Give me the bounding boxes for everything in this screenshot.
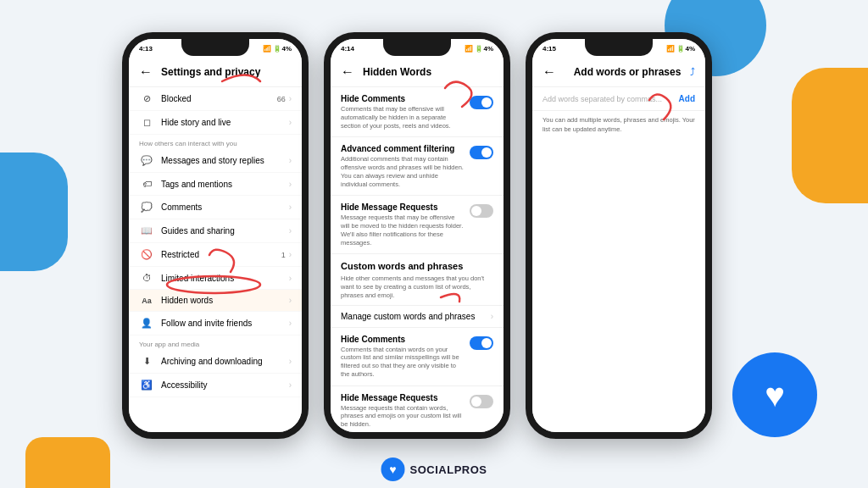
toggle-hide-message-requests-1[interactable]: Hide Message Requests Message requests t…: [331, 196, 504, 254]
toggle-switch-hide-comments-2[interactable]: [470, 336, 493, 350]
status-time-1: 4:13: [139, 45, 153, 53]
toggle-content-2: Hide Comments Comments that contain word…: [341, 335, 465, 379]
section-label-app: Your app and media: [129, 336, 302, 350]
settings-item-follow[interactable]: 👤 Follow and invite friends ›: [129, 312, 302, 336]
add-words-input[interactable]: Add words separated by commas...: [542, 95, 674, 103]
settings-item-guides[interactable]: 📖 Guides and sharing ›: [129, 219, 302, 243]
tags-icon: 🏷: [139, 179, 154, 189]
status-icons-2: 📶 🔋4%: [465, 45, 493, 53]
toggle-title-msg-req-2: Hide Message Requests: [341, 393, 465, 402]
settings-item-limited[interactable]: ⏱ Limited interactions ›: [129, 267, 302, 290]
toggle-content-1: Hide Comments Comments that may be offen…: [341, 94, 465, 130]
blocked-chevron: ›: [289, 94, 292, 103]
nav-manage-chevron: ›: [491, 312, 493, 321]
hidden-words-chevron: ›: [289, 296, 292, 305]
status-time-2: 4:14: [341, 45, 354, 53]
guides-icon: 📖: [139, 225, 154, 236]
phone-hidden-words: 4:14 📶 🔋4% ← Hidden Words Hide Comments …: [324, 32, 510, 439]
blocked-label: Blocked: [161, 94, 277, 103]
share-icon-3[interactable]: ⤴: [690, 66, 695, 78]
toggle-title-hide-comments-2: Hide Comments: [341, 335, 465, 344]
restricted-chevron: ›: [289, 250, 292, 259]
settings-item-comments[interactable]: 💭 Comments ›: [129, 196, 302, 219]
toggle-switch-advanced[interactable]: [470, 146, 493, 159]
back-arrow-2[interactable]: ←: [341, 64, 354, 80]
toggle-switch-msg-req-2[interactable]: [470, 395, 493, 408]
tags-label: Tags and mentions: [161, 180, 289, 189]
limited-label: Limited interactions: [161, 274, 289, 283]
restricted-icon: 🚫: [139, 249, 154, 260]
back-arrow-3[interactable]: ←: [542, 64, 556, 80]
main-scene: 4:13 📶 🔋4% ← Settings and privacy ⊘ Bloc…: [0, 0, 868, 488]
phone-settings: 4:13 📶 🔋4% ← Settings and privacy ⊘ Bloc…: [122, 32, 309, 439]
phone-add-words: 4:15 📶 🔋4% ← Add words or phrases ⤴ Add …: [526, 32, 712, 439]
toggle-desc-hide-comments-2: Comments that contain words on your cust…: [341, 346, 465, 379]
screen1-title: Settings and privacy: [161, 66, 260, 78]
settings-item-accessibility[interactable]: ♿ Accessibility ›: [129, 374, 302, 397]
screen2-header: ← Hidden Words: [331, 58, 504, 87]
blocked-icon: ⊘: [139, 93, 154, 104]
toggle-hide-comments-1[interactable]: Hide Comments Comments that may be offen…: [331, 87, 504, 137]
messages-chevron: ›: [289, 156, 292, 165]
restricted-badge: 1: [281, 251, 286, 259]
toggle-title-msg-req: Hide Message Requests: [341, 202, 465, 212]
toggle-content-msg-req: Hide Message Requests Message requests t…: [341, 202, 465, 247]
settings-item-blocked[interactable]: ⊘ Blocked 66 ›: [129, 87, 302, 111]
nav-manage-custom[interactable]: Manage custom words and phrases ›: [331, 305, 504, 328]
follow-chevron: ›: [289, 319, 292, 328]
back-arrow-1[interactable]: ←: [139, 64, 153, 80]
guides-label: Guides and sharing: [161, 226, 289, 236]
screen1-header: ← Settings and privacy: [129, 58, 302, 87]
section-label-interact: How others can interact with you: [129, 135, 302, 149]
archiving-chevron: ›: [289, 357, 292, 366]
toggle-content-advanced: Advanced comment filtering Additional co…: [341, 144, 465, 188]
guides-chevron: ›: [289, 226, 292, 236]
accessibility-chevron: ›: [289, 380, 292, 390]
hidden-words-label: Hidden words: [161, 296, 289, 305]
toggle-desc-advanced: Additional comments that may contain off…: [341, 155, 465, 188]
archiving-label: Archiving and downloading: [161, 357, 289, 366]
add-input-row: Add words separated by commas... Add: [532, 87, 705, 111]
toggle-switch-hide-comments-1[interactable]: [470, 96, 493, 109]
toggle-desc-hide-comments-1: Comments that may be offensive will auto…: [341, 105, 465, 130]
toggle-hide-message-requests-2[interactable]: Hide Message Requests Message requests t…: [331, 386, 504, 433]
follow-label: Follow and invite friends: [161, 319, 289, 328]
screen3-title: Add words or phrases: [574, 66, 682, 78]
comments-icon: 💭: [139, 202, 154, 213]
toggle-title-hide-comments-1: Hide Comments: [341, 94, 465, 103]
follow-icon: 👤: [139, 318, 154, 329]
settings-item-hidden-words[interactable]: Aa Hidden words ›: [129, 290, 302, 312]
settings-item-archiving[interactable]: ⬇ Archiving and downloading ›: [129, 350, 302, 374]
status-time-3: 4:15: [542, 45, 556, 53]
limited-icon: ⏱: [139, 273, 154, 283]
add-button[interactable]: Add: [679, 94, 695, 103]
comments-chevron: ›: [289, 202, 292, 212]
status-icons-3: 📶 🔋4%: [666, 45, 695, 53]
toggle-advanced-filtering[interactable]: Advanced comment filtering Additional co…: [331, 137, 504, 196]
hide-story-label: Hide story and live: [161, 118, 289, 127]
phone-notch-1: [181, 39, 249, 56]
messages-icon: 💬: [139, 155, 154, 166]
section-custom-words-title: Custom words and phrases: [331, 254, 504, 273]
settings-item-messages[interactable]: 💬 Messages and story replies ›: [129, 149, 302, 173]
toggle-desc-msg-req: Message requests that may be offensive w…: [341, 214, 465, 247]
restricted-label: Restricted: [161, 250, 281, 259]
limited-chevron: ›: [289, 274, 292, 283]
settings-item-hide-story[interactable]: ◻ Hide story and live ›: [129, 111, 302, 135]
accessibility-icon: ♿: [139, 380, 154, 391]
nav-manage-label: Manage custom words and phrases: [341, 312, 491, 321]
phone2-content: ← Hidden Words Hide Comments Comments th…: [331, 58, 504, 432]
section-custom-words-desc: Hide other comments and messages that yo…: [331, 273, 504, 304]
comments-label: Comments: [161, 202, 289, 212]
add-words-info: You can add multiple words, phrases and …: [532, 111, 705, 139]
settings-item-tags[interactable]: 🏷 Tags and mentions ›: [129, 173, 302, 196]
logo-icon: ♥: [381, 458, 405, 481]
logo-text: SOCIALPROS: [410, 463, 487, 476]
archiving-icon: ⬇: [139, 356, 154, 367]
hide-story-chevron: ›: [289, 118, 292, 127]
screen3-header: ← Add words or phrases ⤴: [532, 58, 705, 87]
settings-item-restricted[interactable]: 🚫 Restricted 1 ›: [129, 243, 302, 267]
toggle-hide-comments-2[interactable]: Hide Comments Comments that contain word…: [331, 328, 504, 386]
toggle-title-advanced: Advanced comment filtering: [341, 144, 465, 153]
toggle-switch-msg-req[interactable]: [470, 204, 493, 218]
